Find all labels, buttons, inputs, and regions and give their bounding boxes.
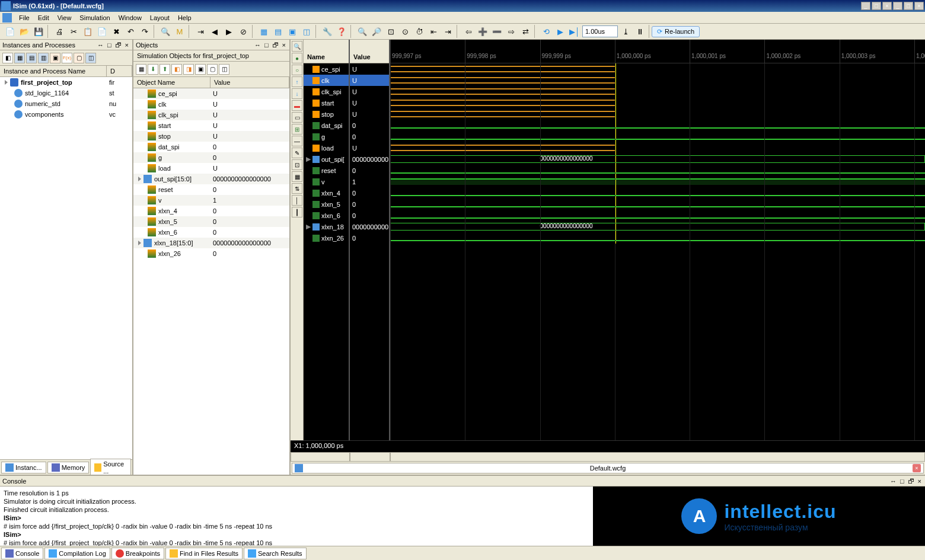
tab-compilation[interactable]: Compilation Log [44,548,110,559]
obj-btn-4[interactable]: ◧ [171,64,182,75]
wave-signal-trace[interactable] [390,86,925,97]
wave-tool-group[interactable]: ⊞ [292,124,302,135]
wave-signal-value[interactable]: 0 [350,120,389,131]
wave-signal-trace[interactable] [390,232,925,244]
wave-tool-up[interactable]: ↑ [292,76,302,87]
window-cascade-button[interactable]: ▤ [272,25,285,38]
wave-signal-value[interactable]: 0 [350,165,389,176]
goto-button[interactable]: ⇥ [194,25,207,38]
expand-icon[interactable] [138,241,141,245]
prev-edge-button[interactable]: ⇤ [427,25,440,38]
wave-signal-name[interactable]: xlxn_6 [304,210,349,221]
instances-col-design[interactable]: D [107,66,132,76]
run-all-button[interactable]: ▶ [554,25,567,38]
next-edge-button[interactable]: ⇥ [441,25,454,38]
stop-button[interactable]: ⊘ [237,25,250,38]
object-row[interactable]: xlxn_26 0 [133,248,289,259]
zoom-cursor-button[interactable]: ⊙ [398,25,412,38]
inst-btn-5[interactable]: ▣ [50,53,60,63]
wave-tool-search[interactable]: 🔍 [292,41,302,52]
redo-button[interactable]: ↷ [138,25,151,38]
undo-button[interactable]: ↶ [124,25,137,38]
obj-btn-6[interactable]: ▣ [195,64,206,75]
wave-signal-value[interactable]: 0 [350,210,389,221]
wave-signal-value[interactable]: 0000000000 [350,221,389,232]
inst-btn-2[interactable]: ▦ [14,53,25,63]
wave-signal-trace[interactable] [390,97,925,108]
marker-next-button[interactable]: ⇨ [505,25,518,38]
wave-tool-add[interactable]: ● [292,53,302,63]
wave-signal-trace[interactable]: 0000000000000000 [390,221,925,232]
object-row[interactable]: ce_spi U [133,88,289,99]
wave-tool-rename[interactable]: ✎ [292,148,302,158]
wave-signal-value[interactable]: U [350,86,389,97]
obj-btn-8[interactable]: ◫ [219,64,229,75]
save-button[interactable]: 💾 [32,25,45,38]
object-row[interactable]: xlxn_6 0 [133,227,289,238]
wave-signal-trace[interactable] [390,142,925,153]
wave-hscroll[interactable] [390,452,925,462]
marker-prev-button[interactable]: ⇦ [462,25,475,38]
probe-button[interactable]: 🔧 [321,25,334,38]
open-button[interactable]: 📂 [18,25,31,38]
wave-signal-value[interactable]: 0 [350,199,389,210]
wave-signal-trace[interactable] [390,108,925,120]
help-button[interactable]: ❓ [335,25,348,38]
swap-button[interactable]: ⇄ [519,25,532,38]
wave-tool-divider[interactable]: — [292,136,302,146]
object-row[interactable]: dat_spi 0 [133,142,289,152]
find-button[interactable]: 🔍 [159,25,172,38]
wave-signal-name[interactable]: load [304,142,349,153]
minimize-button[interactable]: _ [861,2,870,10]
console-float-icon[interactable]: □ [899,478,905,485]
find-next-button[interactable]: M [173,25,186,38]
objects-tree[interactable]: Object Name Value ce_spi U clk U clk_spi… [133,77,289,475]
menu-window[interactable]: Window [115,13,145,23]
wave-signal-name[interactable]: clk [304,75,349,86]
wave-signal-trace[interactable] [390,120,925,131]
wave-signal-trace[interactable] [390,131,925,142]
object-row[interactable]: clk_spi U [133,110,289,120]
wave-signal-trace[interactable] [390,176,925,187]
panel-nav-icon[interactable]: ↔ [96,41,105,49]
expand-icon[interactable] [138,177,141,181]
expand-icon[interactable]: ▶ [306,223,311,231]
object-row[interactable]: out_spi[15:0] 0000000000000000 [133,174,289,184]
panel-max-icon[interactable]: 🗗 [114,41,123,49]
obj-btn-1[interactable]: ▦ [136,64,146,75]
object-row[interactable]: xlxn_18[15:0] 0000000000000000 [133,238,289,248]
console-max-icon[interactable]: 🗗 [907,478,916,485]
run-for-button[interactable]: ▶│ [568,25,581,38]
maximize-button[interactable]: □ [872,2,881,10]
wave-signal-name[interactable]: ce_spi [304,63,349,75]
window-float-button[interactable]: ▣ [286,25,299,38]
inst-btn-7[interactable]: ▢ [74,53,84,63]
object-row[interactable]: load U [133,163,289,174]
child-close-button[interactable]: × [914,2,924,10]
wave-signal-trace[interactable] [390,199,925,210]
marker-add-button[interactable]: ➕ [476,25,489,38]
expand-icon[interactable] [5,80,8,85]
wave-signal-trace[interactable] [390,187,925,199]
copy-button[interactable]: 📋 [81,25,94,38]
wave-signal-value[interactable]: U [350,97,389,108]
wave-signal-value[interactable]: 0 [350,131,389,142]
wave-tool-collapse[interactable]: ▬ [292,100,302,111]
inst-btn-3[interactable]: ▤ [26,53,37,63]
object-row[interactable]: g 0 [133,152,289,163]
menu-file[interactable]: File [15,13,33,23]
tab-source[interactable]: Source ... [90,459,131,476]
wave-tool-reverse[interactable]: ⇅ [292,183,302,194]
wave-signal-name[interactable]: xlxn_26 [304,232,349,244]
wave-value-header[interactable]: Value [350,40,389,63]
prev-button[interactable]: ◀ [208,25,221,38]
console-close-icon[interactable]: × [917,478,923,485]
wave-tab-close-icon[interactable]: × [913,464,921,472]
wave-tool-radix[interactable]: ⊡ [292,159,302,170]
wave-tool-down[interactable]: ↓ [292,88,302,99]
object-row[interactable]: stop U [133,131,289,142]
instance-row[interactable]: first_project_top fir [0,77,132,88]
object-row[interactable]: xlxn_5 0 [133,216,289,227]
wave-signal-trace[interactable]: 0000000000000000 [390,153,925,165]
wave-signal-value[interactable]: 0 [350,187,389,199]
